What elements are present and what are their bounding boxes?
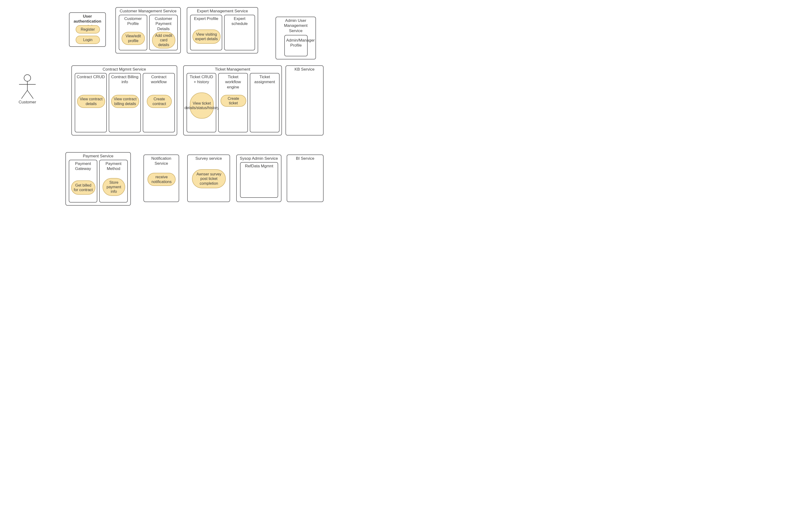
module-refdata-mgmnt: RefData Mgmnt xyxy=(240,162,278,198)
module-payment-method: Payment Method Store payment info xyxy=(99,160,128,202)
service-title: Contract Mgmnt Service xyxy=(72,66,177,72)
module-title: Customer Profile xyxy=(119,15,147,27)
module-title: Payment Gateway xyxy=(69,160,97,172)
service-title: Notification Service xyxy=(144,155,179,167)
module-customer-payment-details: Customer Payment Details Add credit card… xyxy=(149,15,178,51)
action-create-contract: Create contract xyxy=(147,95,172,108)
module-ticket-crud-history: Ticket CRUD + history View ticket detail… xyxy=(187,73,216,133)
module-title: Contract workflow xyxy=(143,74,174,85)
service-title: Customer Management Service xyxy=(116,7,180,14)
module-title: Ticket workflow engine xyxy=(219,74,247,90)
service-title: Admin User Management Service xyxy=(276,17,315,34)
action-view-contract-details: View contract details xyxy=(77,95,105,108)
service-title: Ticket Management xyxy=(184,66,282,72)
module-contract-crud: Contract CRUD View contract details xyxy=(75,73,107,133)
service-sysop-admin: Sysop Admin Service RefData Mgmnt xyxy=(236,155,282,202)
module-title: Expert Profile xyxy=(191,15,222,22)
service-ticket-management: Ticket Management Ticket CRUD + history … xyxy=(183,65,282,136)
service-bi: BI Service xyxy=(287,155,324,202)
module-customer-profile: Customer Profile View/edit profile xyxy=(119,15,147,51)
service-notification: Notification Service receive notificatio… xyxy=(143,155,179,202)
module-expert-schedule: Expert schedule xyxy=(224,15,255,51)
diagram-canvas: Customer User authentication module Regi… xyxy=(0,0,366,235)
service-customer-management: Customer Management Service Customer Pro… xyxy=(115,7,181,54)
module-ticket-workflow-engine: Ticket workflow engine Create ticket xyxy=(218,73,248,133)
service-title: BI Service xyxy=(287,155,323,161)
module-title: Ticket assignment xyxy=(250,74,279,85)
module-title: Contract Billing info xyxy=(109,74,140,85)
actor-customer: Customer xyxy=(14,74,40,105)
module-title: Expert schedule xyxy=(225,15,255,27)
module-payment-gateway: Payment Gateway Get billed for contract xyxy=(69,160,97,202)
svg-line-4 xyxy=(27,90,33,99)
module-title: Ticket CRUD + history xyxy=(187,74,216,85)
action-create-ticket: Create ticket xyxy=(220,95,246,107)
service-title: Payment Service xyxy=(66,153,130,159)
module-title: Customer Payment Details xyxy=(150,15,177,32)
service-title: KB Service xyxy=(286,66,323,72)
action-store-payment-info: Store payment info xyxy=(102,178,125,196)
service-contract-management: Contract Mgmnt Service Contract CRUD Vie… xyxy=(71,65,177,136)
action-answer-survey: Awnser survey post ticket completion xyxy=(192,169,226,188)
service-title: Survey service xyxy=(188,155,230,161)
service-kb: KB Service xyxy=(286,65,324,136)
action-get-billed: Get billed for contract xyxy=(71,180,95,195)
module-user-authentication: User authentication module Register Logi… xyxy=(69,12,106,47)
action-view-expert-details: View visiting expert details xyxy=(192,29,220,44)
actor-label: Customer xyxy=(14,100,40,105)
service-expert-management: Expert Management Service Expert Profile… xyxy=(187,7,258,54)
service-title: Expert Management Service xyxy=(187,7,258,14)
service-payment: Payment Service Payment Gateway Get bill… xyxy=(65,152,131,206)
service-admin-user-management: Admin User Management Service Admin/Mana… xyxy=(275,17,316,59)
module-ticket-assignment: Ticket assignment xyxy=(250,73,279,133)
service-survey: Survey service Awnser survey post ticket… xyxy=(187,155,230,202)
module-title: Admin/Manager Profile xyxy=(285,35,307,48)
action-receive-notifications: receive notifications xyxy=(148,173,176,186)
svg-line-3 xyxy=(21,90,27,99)
module-contract-billing: Contract Billing info View contract bill… xyxy=(109,73,141,133)
svg-point-0 xyxy=(24,75,31,81)
action-view-billing-details: View contract billing details xyxy=(111,95,139,108)
module-title: Contract CRUD xyxy=(75,74,107,80)
module-expert-profile: Expert Profile View visiting expert deta… xyxy=(190,15,222,51)
action-register: Register xyxy=(76,25,100,34)
module-title: Payment Method xyxy=(100,160,127,172)
module-title: RefData Mgmnt xyxy=(240,163,278,169)
action-login: Login xyxy=(76,36,100,44)
action-view-edit-profile: View/edit profile xyxy=(121,32,145,45)
action-add-credit-card: Add credit card details xyxy=(152,32,175,48)
actor-icon xyxy=(17,74,38,100)
module-admin-manager-profile: Admin/Manager Profile xyxy=(284,35,308,56)
module-contract-workflow: Contract workflow Create contract xyxy=(143,73,175,133)
service-title: Sysop Admin Service xyxy=(237,155,281,161)
action-view-ticket-details: View ticket details/status/history xyxy=(190,93,214,119)
